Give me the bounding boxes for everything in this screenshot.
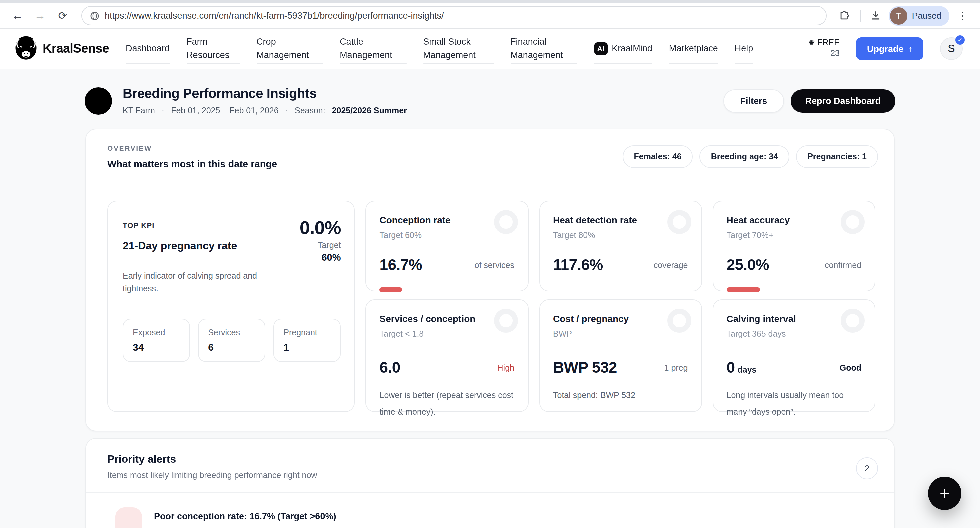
top-kpi-target-label: Target (318, 240, 341, 251)
nav-item-marketplace[interactable]: Marketplace (669, 33, 718, 64)
brand-name: KraalSense (43, 41, 109, 56)
overview-heading: What matters most in this date range (107, 159, 277, 169)
address-bar[interactable]: https://www.kraalsense.com/en/ranch/kt-f… (81, 6, 827, 25)
nav-item-financial-management[interactable]: Financial Management (510, 33, 577, 64)
page-header: Breeding Performance Insights KT Farm · … (0, 69, 980, 129)
chip-pregnancies: Pregnancies: 1 (796, 145, 878, 168)
window-top-strip (0, 0, 980, 3)
kpi-card-cost-pregnancy: Cost / pregnancy BWP BWP 532 1 preg Tota… (539, 299, 702, 412)
browser-menu-button[interactable]: ⋮ (953, 6, 972, 25)
plan-count: 23 (830, 49, 840, 59)
browser-window: ← → ⟳ https://www.kraalsense.com/en/ranc… (0, 0, 980, 528)
gauge-ring-icon (494, 309, 518, 333)
kpi-card-services-conception: Services / conception Target < 1.8 6.0 H… (366, 299, 529, 412)
kpi-card-conception-rate: Conception rate Target 60% 16.7% of serv… (366, 201, 529, 291)
alerts-title: Priority alerts (107, 453, 317, 465)
kpi-card-heat-accuracy: Heat accuracy Target 70%+ 25.0% confirme… (713, 201, 875, 291)
puzzle-icon (842, 11, 849, 19)
top-kpi-description: Early indicator of calving spread and ti… (123, 270, 283, 295)
browser-profile-chip[interactable]: T Paused (889, 6, 949, 25)
plus-icon: + (940, 483, 950, 504)
top-kpi-target-value: 60% (318, 251, 341, 264)
reload-button[interactable]: ⟳ (53, 6, 72, 25)
stat-pregnant: Pregnant 1 (273, 318, 340, 362)
nav-item-small-stock-management[interactable]: Small Stock Management (423, 33, 494, 64)
alert-title: Poor conception rate: 16.7% (Target >60%… (154, 507, 348, 521)
gauge-ring-icon (667, 309, 691, 333)
farm-name: KT Farm (123, 106, 155, 115)
overview-eyebrow: OVERVIEW (107, 144, 277, 152)
kpi-card-calving-interval: Calving interval Target 365 days 0days G… (713, 299, 875, 412)
season-label: Season: (295, 106, 325, 115)
chip-females: Females: 46 (623, 145, 693, 168)
crown-icon: ♛ (808, 38, 815, 49)
ai-badge: AI (593, 42, 608, 55)
priority-alerts-card: Priority alerts Items most likely limiti… (85, 438, 895, 528)
gauge-ring-icon (841, 309, 865, 333)
alert-warning-icon (115, 507, 142, 528)
profile-avatar: T (890, 7, 907, 24)
extensions-button[interactable] (836, 7, 853, 24)
profile-status-label: Paused (912, 11, 941, 21)
app-navbar: KraalSense Dashboard Farm Resources Crop… (0, 29, 980, 69)
main-content: OVERVIEW What matters most in this date … (0, 129, 980, 528)
alerts-subtitle: Items most likely limiting breeding perf… (107, 471, 317, 480)
status-badge-high: High (497, 363, 514, 372)
farm-avatar (85, 87, 112, 115)
nav-item-help[interactable]: Help (735, 33, 753, 64)
globe-icon (90, 11, 99, 20)
plan-tier-label: FREE (817, 38, 840, 49)
upgrade-button[interactable]: Upgrade ↑ (856, 37, 923, 60)
top-kpi-name: 21-Day pregnancy rate (123, 240, 237, 252)
gauge-ring-icon (494, 210, 518, 234)
kpi-grid: TOP KPI 0.0% 21-Day pregnancy rate Targe… (86, 183, 894, 431)
nav-item-crop-management[interactable]: Crop Management (256, 33, 323, 64)
add-fab-button[interactable]: + (928, 477, 961, 510)
verified-badge-icon: ✓ (955, 35, 965, 45)
filters-button[interactable]: Filters (723, 89, 784, 112)
overview-header: OVERVIEW What matters most in this date … (86, 129, 894, 183)
gauge-ring-icon (667, 210, 691, 234)
gauge-ring-icon (841, 210, 865, 234)
repro-dashboard-button[interactable]: Repro Dashboard (790, 89, 895, 112)
alerts-count-badge: 2 (856, 457, 878, 479)
reload-icon: ⟳ (58, 10, 67, 22)
brand-logo[interactable]: KraalSense (12, 33, 109, 64)
heat-accuracy-progress-bar (727, 287, 760, 292)
top-kpi-label: TOP KPI (123, 217, 155, 229)
kebab-menu-icon: ⋮ (957, 10, 968, 22)
top-kpi-card: TOP KPI 0.0% 21-Day pregnancy rate Targe… (107, 201, 355, 412)
user-avatar[interactable]: S ✓ (940, 37, 963, 60)
forward-button[interactable]: → (31, 6, 49, 25)
conception-progress-bar (380, 287, 402, 292)
season-value: 2025/2026 Summer (332, 106, 407, 115)
alerts-header: Priority alerts Items most likely limiti… (86, 439, 894, 493)
alert-item: Poor conception rate: 16.7% (Target >60%… (86, 493, 894, 528)
top-kpi-stats: Exposed 34 Services 6 Pregnant 1 (123, 318, 341, 362)
url-text: https://www.kraalsense.com/en/ranch/kt-f… (105, 11, 444, 21)
nav-item-dashboard[interactable]: Dashboard (126, 33, 170, 64)
overview-card: OVERVIEW What matters most in this date … (85, 129, 895, 431)
toolbar-separator (860, 10, 861, 22)
nav-item-cattle-management[interactable]: Cattle Management (340, 33, 406, 64)
plan-indicator: ♛ FREE 23 (808, 38, 840, 59)
kpi-card-heat-detection: Heat detection rate Target 80% 117.6% co… (539, 201, 702, 291)
top-kpi-value: 0.0% (300, 217, 341, 239)
bull-logo-icon (12, 33, 40, 64)
forward-icon: → (34, 9, 46, 22)
stat-exposed: Exposed 34 (123, 318, 190, 362)
overview-chips: Females: 46 Breeding age: 34 Pregnancies… (623, 145, 878, 168)
stat-services: Services 6 (198, 318, 265, 362)
page-subtitle: KT Farm · Feb 01, 2025 – Feb 01, 2026 · … (123, 106, 713, 115)
browser-toolbar: ← → ⟳ https://www.kraalsense.com/en/ranc… (0, 3, 980, 29)
page-title: Breeding Performance Insights (123, 86, 713, 101)
chip-breeding-age: Breeding age: 34 (700, 145, 789, 168)
downloads-button[interactable] (867, 7, 885, 24)
nav-item-kraalmind[interactable]: AI KraalMind (593, 33, 652, 64)
date-range: Feb 01, 2025 – Feb 01, 2026 (171, 106, 278, 115)
nav-item-farm-resources[interactable]: Farm Resources (186, 33, 240, 64)
upgrade-arrow-icon: ↑ (908, 44, 913, 54)
back-button[interactable]: ← (8, 6, 27, 25)
back-icon: ← (12, 9, 23, 22)
status-badge-good: Good (840, 363, 861, 372)
